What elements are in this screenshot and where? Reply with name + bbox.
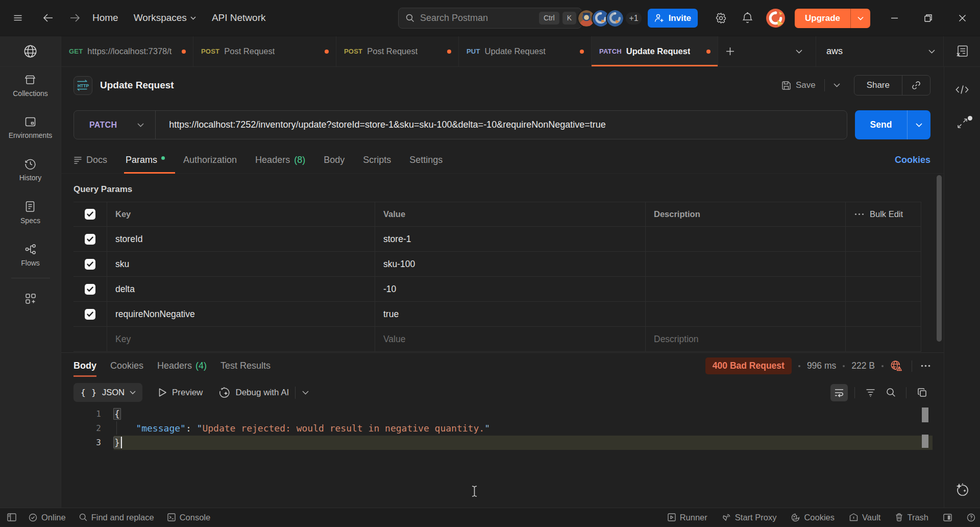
debug-with-ai-button[interactable]: Debug with AI <box>218 387 289 398</box>
copy-link-icon[interactable] <box>902 80 930 90</box>
tab-response-body[interactable]: Body <box>74 353 96 379</box>
search-response-icon[interactable] <box>882 384 899 401</box>
back-icon[interactable] <box>43 13 54 22</box>
filter-icon[interactable] <box>862 384 879 401</box>
param-value-placeholder[interactable]: Value <box>375 327 646 351</box>
tab-response-headers[interactable]: Headers (4) <box>157 353 207 379</box>
row-checkbox[interactable] <box>74 302 107 326</box>
two-pane-view-icon[interactable] <box>943 514 952 521</box>
request-title[interactable]: Update Request <box>100 80 174 91</box>
notifications-bell-icon[interactable] <box>742 12 753 24</box>
tab-patch-update-request[interactable]: PATCH Update Request <box>592 36 718 66</box>
select-all-checkbox[interactable] <box>74 202 107 226</box>
cookies-button[interactable]: Cookies <box>791 513 835 522</box>
send-button[interactable]: Send <box>855 110 930 139</box>
postman-account-avatar[interactable] <box>766 9 785 28</box>
help-icon[interactable] <box>967 513 975 522</box>
tab-test-results[interactable]: Test Results <box>220 353 271 379</box>
param-description[interactable] <box>646 302 846 326</box>
response-status-badge[interactable]: 400 Bad Request <box>705 357 792 374</box>
sidebar-item-specs[interactable]: Specs <box>20 201 40 225</box>
start-proxy-button[interactable]: Start Proxy <box>722 513 777 522</box>
tab-scripts[interactable]: Scripts <box>363 147 391 173</box>
param-value[interactable]: sku-100 <box>375 252 646 276</box>
window-minimize-icon[interactable] <box>890 14 899 22</box>
row-checkbox[interactable] <box>74 277 107 301</box>
param-key-placeholder[interactable]: Key <box>107 327 375 351</box>
row-checkbox[interactable] <box>74 252 107 276</box>
method-selector[interactable]: PATCH <box>74 121 155 130</box>
main-menu-icon[interactable] <box>13 13 23 23</box>
invite-button[interactable]: Invite <box>648 9 698 28</box>
tab-headers[interactable]: Headers (8) <box>255 147 305 173</box>
tab-settings[interactable]: Settings <box>409 147 443 173</box>
response-more-options-icon[interactable] <box>921 365 930 367</box>
response-size[interactable]: 222 B <box>851 361 875 371</box>
tab-post-request-2[interactable]: POST Post Request <box>336 36 459 66</box>
debug-options-chevron-icon[interactable] <box>302 391 309 395</box>
nav-home[interactable]: Home <box>92 12 118 23</box>
param-key[interactable]: delta <box>107 277 375 301</box>
param-description[interactable] <box>646 252 846 276</box>
response-time[interactable]: 996 ms <box>807 361 836 371</box>
tab-params[interactable]: Params <box>126 147 165 173</box>
upgrade-button[interactable]: Upgrade <box>795 9 870 28</box>
tab-put-update-request[interactable]: PUT Update Request <box>459 36 592 66</box>
copy-response-icon[interactable] <box>913 384 930 401</box>
code-snippet-icon[interactable] <box>944 85 980 94</box>
tab-body[interactable]: Body <box>324 147 345 173</box>
toggle-sidebar-icon[interactable] <box>7 513 16 521</box>
tab-get-localhost[interactable]: GET https://localhost:7378/t <box>61 36 193 66</box>
collapse-panel-icon[interactable] <box>944 118 980 129</box>
tab-response-cookies[interactable]: Cookies <box>110 353 143 379</box>
online-status[interactable]: Online <box>29 513 66 522</box>
bulk-edit-button[interactable]: Bulk Edit <box>870 209 903 219</box>
response-body-editor[interactable]: 1 { 2 "message": "Update rejected: would… <box>61 406 944 508</box>
tab-post-request-1[interactable]: POST Post Request <box>193 36 336 66</box>
tab-list-chevron-icon[interactable] <box>782 36 816 66</box>
forward-icon[interactable] <box>69 13 80 22</box>
collaborator-avatars[interactable] <box>577 9 624 28</box>
param-key[interactable]: requireNonNegative <box>107 302 375 326</box>
scratchpad-globe-icon[interactable] <box>0 36 61 66</box>
param-value[interactable]: true <box>375 302 646 326</box>
preview-button[interactable]: Preview <box>158 388 203 398</box>
window-maximize-icon[interactable] <box>924 14 933 22</box>
param-key[interactable]: sku <box>107 252 375 276</box>
environment-quick-look-icon[interactable] <box>943 36 980 66</box>
upgrade-caret-icon[interactable] <box>851 16 870 20</box>
search-input[interactable]: Search Postman Ctrl K <box>398 8 582 29</box>
save-button[interactable]: Save <box>781 80 816 90</box>
window-close-icon[interactable] <box>958 14 967 22</box>
row-checkbox[interactable] <box>74 227 107 251</box>
more-options-icon[interactable] <box>854 213 864 215</box>
request-url-value[interactable]: https://localhost:7252/inventory/update?… <box>156 119 606 130</box>
tab-authorization[interactable]: Authorization <box>183 147 237 173</box>
tab-docs[interactable]: Docs <box>74 147 107 173</box>
runner-button[interactable]: Runner <box>668 513 707 522</box>
cookies-link[interactable]: Cookies <box>895 155 930 165</box>
param-key[interactable]: storeId <box>107 227 375 251</box>
nav-api-network[interactable]: API Network <box>212 12 266 23</box>
console-button[interactable]: Console <box>167 513 211 522</box>
url-input[interactable]: PATCH https://localhost:7252/inventory/u… <box>74 110 847 139</box>
param-description[interactable] <box>646 227 846 251</box>
environment-selector[interactable]: aws <box>816 36 943 66</box>
sidebar-item-environments[interactable]: Environments <box>9 116 53 139</box>
param-value[interactable]: store-1 <box>375 227 646 251</box>
share-button[interactable]: Share <box>854 80 902 90</box>
nav-workspaces[interactable]: Workspaces <box>134 12 196 23</box>
sidebar-item-history[interactable]: History <box>19 158 42 182</box>
sidebar-configure-icon[interactable] <box>24 293 37 305</box>
send-options-chevron-icon[interactable] <box>908 123 930 127</box>
new-tab-plus-icon[interactable] <box>718 36 742 66</box>
sidebar-item-flows[interactable]: Flows <box>21 244 40 267</box>
settings-gear-icon[interactable] <box>715 12 727 24</box>
save-options-chevron-icon[interactable] <box>834 83 840 87</box>
response-format-dropdown[interactable]: { } JSON <box>74 383 142 402</box>
trash-button[interactable]: Trash <box>895 513 928 522</box>
param-description[interactable] <box>646 277 846 301</box>
param-value[interactable]: -10 <box>375 277 646 301</box>
network-info-icon[interactable] <box>890 360 903 372</box>
find-and-replace-button[interactable]: Find and replace <box>79 513 154 522</box>
